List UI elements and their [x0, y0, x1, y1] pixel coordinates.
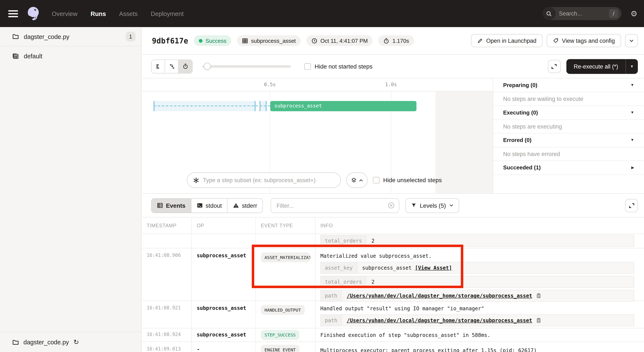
reexecute-all-button[interactable]: Re-execute all (*) ▾ [566, 59, 638, 74]
panel-section-errored[interactable]: Errored (0) ▼ [493, 133, 644, 147]
hide-unselected-checkbox[interactable]: Hide unselected steps [373, 177, 442, 183]
clear-filter-icon[interactable] [388, 202, 395, 209]
job-tag[interactable]: subprocess_asset [237, 35, 301, 46]
sidebar-footer-code-location: dagster_code.py ↻ [0, 332, 141, 352]
log-tabs: Events stdout stderr [151, 198, 263, 213]
tab-events[interactable]: Events [152, 198, 191, 212]
expand-icon [551, 63, 557, 69]
axis-tick: 1.0s [385, 82, 397, 87]
copy-icon[interactable] [536, 293, 542, 299]
after-run-end-region [435, 91, 493, 193]
collapse-caret-icon[interactable]: ▼ [630, 83, 634, 87]
terminal-icon [196, 202, 203, 209]
checkbox-icon[interactable] [304, 63, 311, 70]
metadata-entry: path /Users/yuhan/dev/local/dagster_home… [320, 314, 634, 326]
col-timestamp: TIMESTAMP [142, 218, 192, 234]
axis-tick: 0.5s [264, 82, 276, 87]
gantt-chart: 0.5s 1.0s subprocess_asset [142, 78, 493, 193]
panel-empty-row: No steps are executing [493, 120, 644, 133]
clock-icon [311, 37, 318, 44]
gear-icon[interactable]: ⚙ [630, 9, 638, 17]
table-row[interactable]: 16:41:08.906 subprocess_asset ASSET_MATE… [142, 248, 644, 301]
logs-section: Events stdout stderr [142, 194, 644, 352]
menu-icon[interactable] [8, 10, 18, 17]
sidebar-item-label: dagster_code.py [24, 33, 70, 40]
dagster-run-page: Overview Runs Assets Deployment / ⚙ dags… [0, 0, 644, 352]
tab-stderr[interactable]: stderr [228, 198, 262, 212]
metadata-entry: total_orders 2 [320, 235, 634, 247]
collapse-caret-icon[interactable]: ▼ [630, 110, 634, 114]
search-icon [543, 7, 556, 20]
path-link[interactable]: /Users/yuhan/dev/local/dagster_home/stor… [347, 317, 532, 324]
status-badge: Success [194, 35, 232, 46]
search-input[interactable] [559, 10, 604, 17]
hide-not-started-checkbox[interactable]: Hide not started steps [304, 63, 372, 70]
view-asset-link[interactable]: [View Asset] [415, 265, 452, 271]
footer-code-location-label: dagster_code.py [24, 339, 69, 346]
log-filter-input[interactable] [276, 202, 388, 209]
reexecute-menu-caret[interactable]: ▾ [626, 59, 638, 74]
waterfall-icon [169, 63, 175, 69]
col-info: INFO [316, 218, 644, 234]
table-row[interactable]: 16:41:08.921 subprocess_asset HANDLED_OU… [142, 301, 644, 328]
nav-assets[interactable]: Assets [119, 10, 138, 17]
tab-stdout[interactable]: stdout [191, 198, 228, 212]
run-header: 9dbf617e Success subprocess_asset Oct 11… [142, 27, 644, 54]
job-grid-icon [12, 53, 19, 59]
path-link[interactable]: /Users/yuhan/dev/local/dagster_home/stor… [347, 293, 532, 299]
run-count-badge: 1 [126, 32, 136, 41]
nav-overview[interactable]: Overview [52, 10, 78, 17]
step-subset-input[interactable] [203, 177, 336, 183]
logs-fullscreen-button[interactable] [625, 199, 638, 212]
slider-handle[interactable] [204, 63, 211, 70]
run-actions-menu-button[interactable] [625, 34, 638, 47]
start-time-tag: Oct 11, 4:41:07 PM [306, 35, 373, 46]
expand-caret-icon[interactable]: ▶ [631, 166, 634, 170]
col-op: OP [192, 218, 256, 234]
panel-section-executing[interactable]: Executing (0) ▼ [493, 106, 644, 120]
op-selector-icon [193, 177, 199, 183]
gantt-step-bar[interactable]: subprocess_asset [270, 101, 416, 111]
reload-icon[interactable]: ↻ [74, 338, 79, 346]
gantt-time-axis: 0.5s 1.0s [142, 78, 493, 91]
nav-deployment[interactable]: Deployment [151, 10, 184, 17]
panel-section-succeeded[interactable]: Succeeded (1) ▶ [493, 161, 644, 175]
top-nav: Overview Runs Assets Deployment / ⚙ [0, 0, 644, 27]
folder-icon [12, 339, 19, 346]
gantt-zoom-slider[interactable] [202, 63, 291, 70]
table-row[interactable]: total_orders 2 [142, 234, 644, 248]
open-in-launchpad-button[interactable]: Open in Launchpad [471, 34, 543, 47]
search-shortcut-badge: / [609, 9, 618, 18]
log-filter-wrap [271, 198, 399, 213]
levels-filter-button[interactable]: Levels (5) [406, 198, 459, 213]
checkbox-icon[interactable] [373, 177, 380, 183]
collapse-caret-icon[interactable]: ▼ [630, 138, 634, 142]
chevron-down-icon [449, 204, 453, 207]
table-row[interactable]: 16:41:08.924 subprocess_asset STEP_SUCCE… [142, 328, 644, 342]
view-flat-button[interactable] [152, 60, 165, 73]
view-timed-button[interactable] [179, 60, 192, 73]
table-header: TIMESTAMP OP EVENT TYPE INFO [142, 218, 644, 234]
funnel-icon [411, 203, 416, 208]
nav-runs[interactable]: Runs [90, 10, 106, 17]
sidebar-item-default-job[interactable]: default [0, 46, 141, 66]
gantt-view-mode-group [151, 59, 193, 73]
gantt-fullscreen-button[interactable] [548, 60, 560, 73]
event-message: Materialized value subprocess_asset. [320, 252, 634, 260]
view-waterfall-button[interactable] [165, 60, 179, 73]
graph-query-toggle-button[interactable] [346, 172, 368, 188]
dagster-logo-icon[interactable] [25, 5, 42, 22]
panel-empty-row: No steps are waiting to execute [493, 92, 644, 106]
status-dot-icon [199, 39, 202, 42]
table-row[interactable]: 16:41:09.013 - ENGINE_EVENT Multiprocess… [142, 342, 644, 352]
view-tags-config-button[interactable]: View tags and config [547, 34, 621, 47]
tag-icon [553, 38, 558, 43]
sidebar-item-code-location[interactable]: dagster_code.py 1 [0, 27, 141, 46]
gantt-section: 0.5s 1.0s subprocess_asset [142, 78, 644, 194]
copy-icon[interactable] [536, 317, 542, 324]
panel-section-preparing[interactable]: Preparing (0) ▼ [493, 78, 644, 92]
event-type-badge: HANDLED_OUTPUT [261, 305, 304, 315]
global-search[interactable]: / [543, 7, 622, 20]
logs-toolbar: Events stdout stderr [142, 194, 644, 218]
duration-tag: 1.170s [378, 35, 414, 46]
